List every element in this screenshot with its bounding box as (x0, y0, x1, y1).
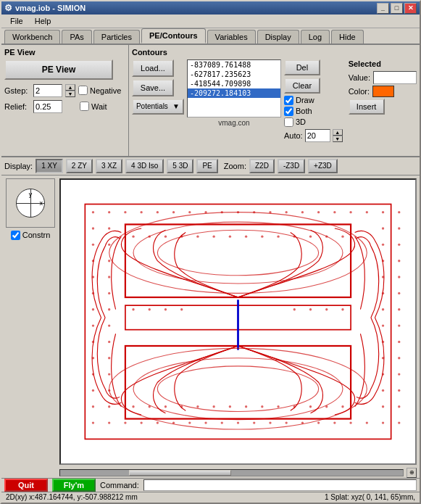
wait-checkbox[interactable] (80, 102, 89, 111)
close-button[interactable]: ✕ (404, 3, 417, 14)
auto-input[interactable] (305, 129, 330, 142)
svg-point-126 (293, 405, 296, 408)
potentials-label: Potentials (136, 102, 168, 110)
svg-point-50 (92, 324, 94, 326)
negative-checkbox-label[interactable]: Negative (78, 86, 121, 95)
svg-point-63 (108, 373, 110, 375)
menu-file[interactable]: File (4, 15, 29, 27)
tab-display[interactable]: Display (257, 30, 299, 44)
maximize-button[interactable]: □ (391, 3, 403, 14)
load-button[interactable]: Load... (132, 59, 174, 77)
display-pe[interactable]: PE (196, 159, 217, 173)
svg-point-84 (253, 421, 255, 424)
svg-point-19 (301, 211, 304, 213)
auto-down[interactable]: ▼ (333, 136, 343, 142)
svg-point-56 (382, 341, 384, 343)
list-item-0[interactable]: -837089.761488 (188, 60, 280, 70)
title-text: ⚙ vmag.iob - SIMION (4, 3, 86, 13)
menu-help[interactable]: Help (29, 15, 57, 27)
tab-bar: Workbench PAs Particles PE/Contours Vari… (1, 28, 420, 45)
gstep-up[interactable]: ▲ (65, 84, 75, 91)
wait-checkbox-label[interactable]: Wait (80, 102, 107, 111)
display-3xz[interactable]: 3 XZ (96, 159, 122, 173)
constrn-checkbox[interactable] (11, 231, 20, 240)
svg-point-76 (124, 421, 126, 424)
tab-pe-contours[interactable]: PE/Contours (141, 28, 206, 44)
svg-point-10 (157, 211, 159, 213)
list-item-3[interactable]: -209272.184103 (188, 88, 280, 98)
axis-y-label: y (29, 191, 33, 198)
both-checkbox-label[interactable]: Both (284, 107, 343, 116)
list-item-2[interactable]: -418544.709898 (188, 79, 280, 88)
auto-up[interactable]: ▲ (333, 129, 343, 136)
svg-point-12 (188, 211, 191, 213)
threed-checkbox-label[interactable]: 3D (284, 117, 343, 127)
svg-point-23 (366, 211, 368, 213)
tab-workbench[interactable]: Workbench (4, 30, 60, 44)
command-input[interactable] (143, 479, 417, 491)
display-4-3d-iso[interactable]: 4 3D Iso (125, 159, 164, 173)
svg-point-78 (157, 421, 159, 424)
status-bar: Quit Fly'm Command: (1, 478, 420, 492)
threed-checkbox[interactable] (284, 117, 293, 127)
fly-button[interactable]: Fly'm (52, 479, 96, 492)
plot-svg (61, 180, 415, 463)
selected-area: Selected Value: Color: Insert (349, 59, 417, 142)
svg-point-94 (132, 308, 134, 310)
scroll-corner[interactable]: ⊕ (407, 468, 417, 478)
tab-variables[interactable]: Variables (207, 30, 256, 44)
display-2zy[interactable]: 2 ZY (66, 159, 93, 173)
list-item-1[interactable]: -627817.235623 (188, 70, 280, 79)
negative-checkbox[interactable] (78, 86, 88, 95)
svg-point-118 (164, 405, 167, 408)
save-button[interactable]: Save... (132, 79, 174, 96)
gstep-input[interactable] (33, 84, 62, 97)
both-checkbox[interactable] (284, 107, 293, 116)
insert-button[interactable]: Insert (349, 99, 385, 115)
color-swatch[interactable] (372, 86, 394, 97)
draw-checkbox-label[interactable]: Draw (284, 96, 343, 105)
pe-view-button[interactable]: PE View (4, 59, 113, 80)
minimize-button[interactable]: _ (377, 3, 389, 14)
potentials-dropdown[interactable]: Potentials ▼ (132, 99, 184, 115)
value-input[interactable] (373, 71, 417, 84)
gstep-down[interactable]: ▼ (65, 91, 75, 97)
plot-container: x y Constrn (1, 175, 420, 468)
svg-point-20 (317, 211, 320, 213)
tab-hide[interactable]: Hide (331, 30, 364, 44)
svg-point-110 (261, 235, 263, 237)
display-5-3d[interactable]: 5 3D (167, 159, 193, 173)
zoom-neg-z3d[interactable]: -Z3D (278, 159, 305, 173)
app-icon: ⚙ (4, 3, 12, 13)
tab-log[interactable]: Log (301, 30, 330, 44)
del-clear-buttons: Del Clear (284, 59, 343, 94)
zoom-z2d[interactable]: Z2D (249, 159, 275, 173)
svg-point-57 (398, 341, 400, 343)
tab-pas[interactable]: PAs (62, 30, 91, 44)
quit-button[interactable]: Quit (4, 479, 48, 492)
svg-point-100 (325, 308, 328, 310)
main-plot[interactable] (59, 178, 417, 465)
contours-listbox[interactable]: -837089.761488 -627817.235623 -418544.70… (187, 59, 281, 117)
svg-point-22 (349, 211, 351, 213)
svg-point-120 (196, 405, 199, 408)
title-bar: ⚙ vmag.iob - SIMION _ □ ✕ (1, 1, 420, 15)
svg-point-54 (92, 341, 94, 343)
clear-button[interactable]: Clear (284, 78, 320, 94)
checkboxes-group: Draw Both 3D (284, 96, 343, 127)
relief-input[interactable] (33, 100, 62, 113)
draw-checkbox[interactable] (284, 96, 293, 105)
tab-particles[interactable]: Particles (93, 30, 140, 44)
svg-point-28 (382, 227, 384, 229)
display-1xy[interactable]: 1 XY (36, 159, 63, 173)
h-scroll-track[interactable] (59, 469, 404, 476)
constrn-label[interactable]: Constrn (11, 231, 51, 240)
value-row: Value: (349, 71, 417, 84)
svg-point-106 (196, 235, 199, 237)
h-scroll-thumb[interactable] (129, 470, 232, 476)
svg-point-101 (341, 308, 343, 310)
svg-point-72 (382, 405, 384, 408)
zoom-pos-z3d[interactable]: +Z3D (308, 159, 338, 173)
del-button[interactable]: Del (284, 59, 320, 75)
svg-point-39 (108, 276, 110, 278)
